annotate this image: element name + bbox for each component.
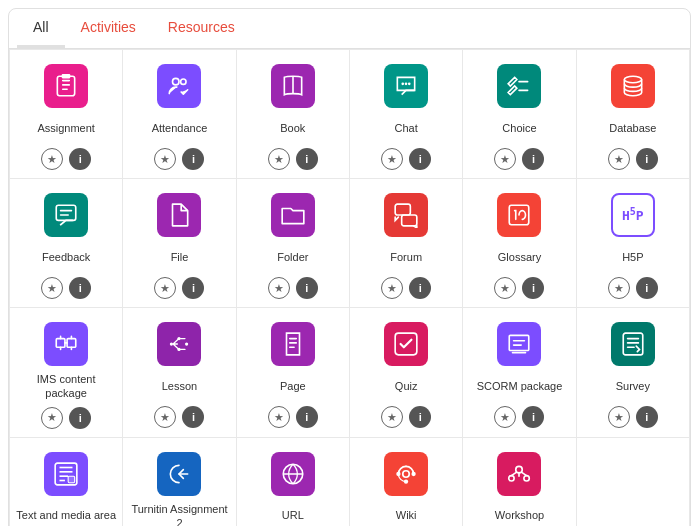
star-button[interactable]: ★ — [268, 406, 290, 428]
info-button[interactable]: i — [409, 148, 431, 170]
info-button[interactable]: i — [296, 277, 318, 299]
activity-label: Chat — [395, 114, 418, 142]
svg-rect-13 — [56, 339, 65, 348]
activity-item[interactable]: Wiki★i — [350, 438, 463, 526]
activity-item[interactable]: Turnitin Assignment 2★i — [123, 438, 236, 526]
star-button[interactable]: ★ — [381, 277, 403, 299]
star-button[interactable]: ★ — [154, 148, 176, 170]
chat-icon — [384, 64, 428, 108]
activity-item[interactable]: Forum★i — [350, 179, 463, 308]
scorm-icon — [497, 322, 541, 366]
star-button[interactable]: ★ — [608, 406, 630, 428]
tab-activities[interactable]: Activities — [65, 9, 152, 48]
activity-item[interactable]: Workshop★i — [463, 438, 576, 526]
info-button[interactable]: i — [182, 406, 204, 428]
info-button[interactable]: i — [522, 277, 544, 299]
star-button[interactable]: ★ — [608, 148, 630, 170]
info-button[interactable]: i — [636, 148, 658, 170]
info-button[interactable]: i — [409, 406, 431, 428]
activity-item[interactable]: Lesson★i — [123, 308, 236, 438]
activity-item[interactable]: Text and media area★i — [10, 438, 123, 526]
item-actions: ★i — [268, 148, 318, 170]
item-actions: ★i — [494, 148, 544, 170]
item-actions: ★i — [154, 148, 204, 170]
svg-point-7 — [408, 83, 411, 86]
info-button[interactable]: i — [296, 406, 318, 428]
activity-label: Workshop — [495, 502, 544, 526]
tab-all[interactable]: All — [17, 9, 65, 48]
star-button[interactable]: ★ — [41, 407, 63, 429]
info-button[interactable]: i — [409, 277, 431, 299]
svg-rect-11 — [402, 215, 417, 226]
item-actions: ★i — [608, 277, 658, 299]
activity-item[interactable]: SCORM package★i — [463, 308, 576, 438]
activity-item[interactable]: Feedback★i — [10, 179, 123, 308]
info-button[interactable]: i — [69, 407, 91, 429]
activity-item[interactable]: Folder★i — [237, 179, 350, 308]
info-button[interactable]: i — [182, 148, 204, 170]
info-button[interactable]: i — [522, 148, 544, 170]
info-button[interactable]: i — [69, 148, 91, 170]
svg-rect-10 — [395, 204, 410, 215]
activity-item[interactable]: Assignment★i — [10, 50, 123, 179]
item-actions: ★i — [608, 406, 658, 428]
svg-point-5 — [402, 83, 405, 86]
wiki-icon — [384, 452, 428, 496]
folder-icon — [271, 193, 315, 237]
info-button[interactable]: i — [636, 277, 658, 299]
info-button[interactable]: i — [296, 148, 318, 170]
activity-item[interactable]: H5PH5P★i — [577, 179, 690, 308]
item-actions: ★i — [494, 277, 544, 299]
activity-label: Choice — [502, 114, 536, 142]
star-button[interactable]: ★ — [494, 406, 516, 428]
activity-item[interactable]: Chat★i — [350, 50, 463, 179]
info-button[interactable]: i — [636, 406, 658, 428]
activity-item[interactable]: Page★i — [237, 308, 350, 438]
star-button[interactable]: ★ — [494, 277, 516, 299]
star-button[interactable]: ★ — [154, 406, 176, 428]
svg-rect-20 — [510, 335, 530, 350]
activity-grid: Assignment★iAttendance★iBook★iChat★iChoi… — [9, 49, 690, 526]
activity-item[interactable]: Quiz★i — [350, 308, 463, 438]
empty-cell — [577, 438, 690, 526]
activity-label: Turnitin Assignment 2 — [129, 502, 229, 526]
activity-item[interactable]: Glossary★i — [463, 179, 576, 308]
activity-item[interactable]: Choice★i — [463, 50, 576, 179]
activity-item[interactable]: IMS content package★i — [10, 308, 123, 438]
star-button[interactable]: ★ — [268, 277, 290, 299]
info-button[interactable]: i — [182, 277, 204, 299]
activity-item[interactable]: Database★i — [577, 50, 690, 179]
svg-rect-21 — [623, 333, 643, 355]
item-actions: ★i — [154, 406, 204, 428]
turnitin-icon — [157, 452, 201, 496]
info-button[interactable]: i — [522, 406, 544, 428]
star-button[interactable]: ★ — [268, 148, 290, 170]
activity-item[interactable]: Attendance★i — [123, 50, 236, 179]
url-icon — [271, 452, 315, 496]
database-icon — [611, 64, 655, 108]
star-button[interactable]: ★ — [154, 277, 176, 299]
star-button[interactable]: ★ — [381, 406, 403, 428]
star-button[interactable]: ★ — [41, 148, 63, 170]
activity-item[interactable]: Survey★i — [577, 308, 690, 438]
star-button[interactable]: ★ — [41, 277, 63, 299]
tab-resources[interactable]: Resources — [152, 9, 251, 48]
star-button[interactable]: ★ — [608, 277, 630, 299]
svg-rect-9 — [56, 205, 76, 220]
activity-picker: All Activities Resources Assignment★iAtt… — [8, 8, 691, 526]
activity-item[interactable]: Book★i — [237, 50, 350, 179]
svg-point-3 — [181, 79, 186, 84]
info-button[interactable]: i — [69, 277, 91, 299]
activity-label: Page — [280, 372, 306, 400]
forum-icon — [384, 193, 428, 237]
item-actions: ★i — [268, 406, 318, 428]
activity-label: Glossary — [498, 243, 541, 271]
survey-icon — [611, 322, 655, 366]
activity-item[interactable]: URL★i — [237, 438, 350, 526]
activity-item[interactable]: File★i — [123, 179, 236, 308]
item-actions: ★i — [41, 277, 91, 299]
star-button[interactable]: ★ — [381, 148, 403, 170]
star-button[interactable]: ★ — [494, 148, 516, 170]
book-icon — [271, 64, 315, 108]
svg-point-2 — [173, 78, 180, 85]
